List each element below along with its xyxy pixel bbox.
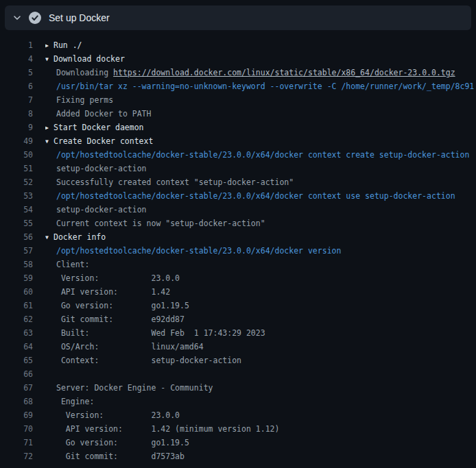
log-line: 6/usr/bin/tar xz --warning=no-unknown-ke… <box>0 79 476 93</box>
log-text: setup-docker-action <box>56 205 147 214</box>
step-title: Set up Docker <box>49 12 110 23</box>
step-header[interactable]: Set up Docker <box>5 5 471 30</box>
status-check-icon <box>29 12 41 24</box>
log-line: 71 Go version: go1.19.5 <box>0 436 476 449</box>
log-line: 52Successfully created context "setup-do… <box>0 175 476 189</box>
log-text: Client: <box>56 260 89 269</box>
line-number[interactable]: 68 <box>0 395 33 408</box>
line-number[interactable]: 6 <box>0 79 33 93</box>
line-number[interactable]: 63 <box>0 326 33 340</box>
line-number[interactable]: 65 <box>0 354 33 367</box>
log-line: 61 Go version: go1.19.5 <box>0 299 476 312</box>
log-text: Successfully created context "setup-dock… <box>56 177 294 187</box>
log-line: 60 API version: 1.42 <box>0 285 476 299</box>
log-line: 53/opt/hostedtoolcache/docker-stable/23.… <box>0 189 476 203</box>
group-title[interactable]: Run ./ <box>53 40 82 50</box>
line-number[interactable]: 52 <box>0 175 33 189</box>
line-number[interactable]: 57 <box>0 244 33 258</box>
group-title[interactable]: Create Docker context <box>53 136 153 146</box>
log-line: 55Current context is now "setup-docker-a… <box>0 217 476 230</box>
line-number[interactable]: 50 <box>0 148 33 162</box>
log-line: 66 <box>0 367 476 381</box>
line-number[interactable]: 69 <box>0 408 33 422</box>
line-number[interactable]: 56 <box>0 230 33 244</box>
line-number[interactable]: 60 <box>0 285 33 299</box>
log-line: 8Added Docker to PATH <box>0 107 476 121</box>
line-number[interactable]: 59 <box>0 271 33 285</box>
log-line: 63 Built: Wed Feb 1 17:43:29 2023 <box>0 326 476 340</box>
log-line: 62 Git commit: e92dd87 <box>0 312 476 326</box>
line-number[interactable]: 61 <box>0 299 33 312</box>
line-number[interactable]: 5 <box>0 66 33 79</box>
log-text: Version: 23.0.0 <box>56 410 180 420</box>
log-text: Git commit: e92dd87 <box>56 315 185 324</box>
log-text: Git commit: d7573ab <box>56 452 185 461</box>
log-text: Version: 23.0.0 <box>56 273 180 283</box>
line-number[interactable]: 8 <box>0 107 33 121</box>
log-line: 49▼Create Docker context <box>0 134 476 148</box>
line-number[interactable]: 67 <box>0 381 33 395</box>
log-text: setup-docker-action <box>56 164 147 173</box>
log-line: 72 Git commit: d7573ab <box>0 449 476 463</box>
log-text: Current context is now "setup-docker-act… <box>56 219 265 228</box>
log-text: Downloading <box>56 68 113 77</box>
log-text: OS/Arch: linux/amd64 <box>56 342 204 352</box>
log-line: 64 OS/Arch: linux/amd64 <box>0 340 476 354</box>
log-line: 59 Version: 23.0.0 <box>0 271 476 285</box>
line-number[interactable]: 51 <box>0 162 33 175</box>
line-number[interactable]: 7 <box>0 93 33 107</box>
log-line: 70 API version: 1.42 (minimum version 1.… <box>0 422 476 436</box>
line-number[interactable]: 58 <box>0 258 33 271</box>
line-number[interactable]: 54 <box>0 203 33 217</box>
log-text: Go version: go1.19.5 <box>56 301 189 310</box>
line-number[interactable]: 4 <box>0 52 33 66</box>
log-line: 1▶Run ./ <box>0 38 476 52</box>
log-line: 65 Context: setup-docker-action <box>0 354 476 367</box>
log-line: 67Server: Docker Engine - Community <box>0 381 476 395</box>
line-number[interactable]: 62 <box>0 312 33 326</box>
line-number[interactable]: 49 <box>0 134 33 148</box>
log-line: 54setup-docker-action <box>0 203 476 217</box>
log-link[interactable]: https://download.docker.com/linux/static… <box>113 68 455 77</box>
chevron-right-icon[interactable]: ▶ <box>45 39 53 52</box>
log-line: 5Downloading https://download.docker.com… <box>0 66 476 79</box>
log-line: 51setup-docker-action <box>0 162 476 175</box>
line-number[interactable]: 64 <box>0 340 33 354</box>
log-line: 4▼Download docker <box>0 52 476 66</box>
line-number[interactable]: 70 <box>0 422 33 436</box>
chevron-down-icon[interactable] <box>12 12 23 23</box>
chevron-down-icon[interactable]: ▼ <box>45 231 53 244</box>
log-line: 57/opt/hostedtoolcache/docker-stable/23.… <box>0 244 476 258</box>
log-text: Fixing perms <box>56 95 113 105</box>
group-title[interactable]: Docker info <box>53 232 106 242</box>
log-text: Engine: <box>56 397 94 406</box>
chevron-down-icon[interactable]: ▼ <box>45 53 53 66</box>
log-command-text: /opt/hostedtoolcache/docker-stable/23.0.… <box>56 246 341 256</box>
log-line: 9▶Start Docker daemon <box>0 121 476 134</box>
log-line: 7Fixing perms <box>0 93 476 107</box>
line-number[interactable]: 9 <box>0 121 33 134</box>
log-command-text: /usr/bin/tar xz --warning=no-unknown-key… <box>56 82 474 91</box>
log-text: Built: Wed Feb 1 17:43:29 2023 <box>56 328 265 338</box>
log-text: Context: setup-docker-action <box>56 356 241 365</box>
group-title[interactable]: Download docker <box>53 54 125 64</box>
line-number[interactable]: 72 <box>0 449 33 463</box>
log-line: 68 Engine: <box>0 395 476 408</box>
log-text: API version: 1.42 <box>56 287 170 297</box>
chevron-right-icon[interactable]: ▶ <box>45 121 53 134</box>
line-number[interactable]: 71 <box>0 436 33 449</box>
line-number[interactable]: 66 <box>0 367 33 381</box>
group-title[interactable]: Start Docker daemon <box>53 123 144 132</box>
line-number[interactable]: 1 <box>0 38 33 52</box>
log-text: API version: 1.42 (minimum version 1.12) <box>56 424 279 434</box>
log-line: 50/opt/hostedtoolcache/docker-stable/23.… <box>0 148 476 162</box>
log-text: Added Docker to PATH <box>56 109 151 119</box>
log-line: 58Client: <box>0 258 476 271</box>
log-console: 1▶Run ./4▼Download docker5Downloading ht… <box>0 30 476 468</box>
line-number[interactable]: 53 <box>0 189 33 203</box>
log-line: 69 Version: 23.0.0 <box>0 408 476 422</box>
log-line: 56▼Docker info <box>0 230 476 244</box>
log-text: Server: Docker Engine - Community <box>56 383 213 393</box>
line-number[interactable]: 55 <box>0 217 33 230</box>
chevron-down-icon[interactable]: ▼ <box>45 135 53 148</box>
